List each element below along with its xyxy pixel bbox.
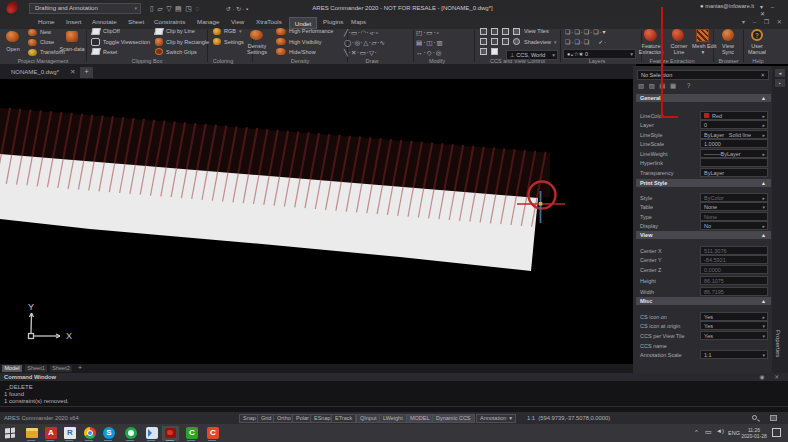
svg-text:X: X	[66, 331, 72, 341]
svg-text:Y: Y	[28, 302, 34, 312]
